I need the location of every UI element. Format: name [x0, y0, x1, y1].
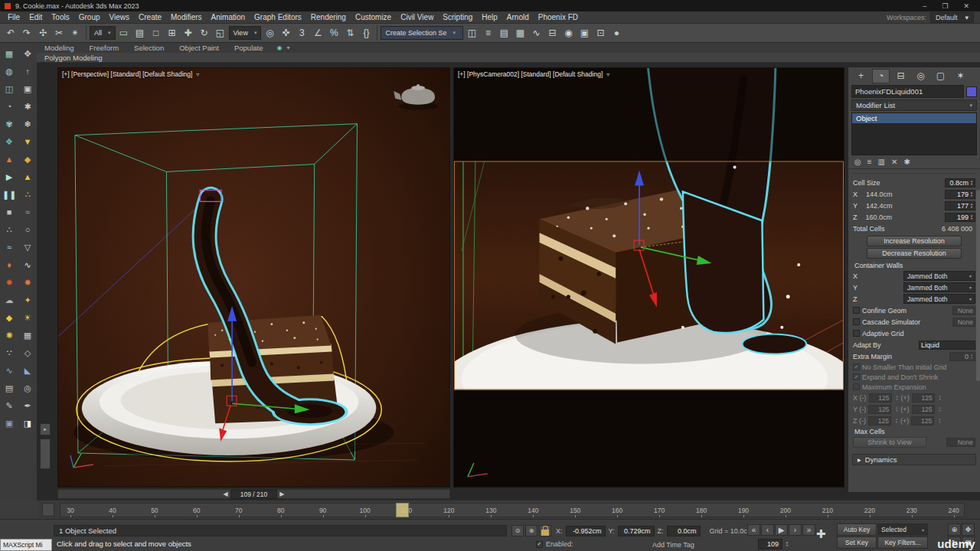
wall-mode-dropdown[interactable]: Jammed Both ▾ — [903, 282, 975, 292]
expansion-neg-field[interactable]: 125 — [868, 405, 891, 414]
create-tab-icon[interactable]: + — [852, 69, 870, 83]
isolate-selection-icon[interactable]: ⊙ — [511, 525, 524, 536]
layer-manager-icon[interactable]: ▤ — [496, 25, 511, 41]
menu-item[interactable]: Group — [74, 11, 105, 23]
zoom-icon[interactable]: ⊕ — [948, 523, 961, 536]
arrow-up-icon[interactable]: ↑ — [19, 63, 36, 80]
render-production-icon[interactable]: ● — [609, 25, 624, 41]
menu-item[interactable]: Scripting — [438, 11, 477, 23]
z-coord-field[interactable]: 0.0cm — [667, 526, 701, 536]
set-key-button[interactable]: Set Key — [837, 536, 877, 549]
chevron-down-icon[interactable]: ▾ — [286, 44, 289, 51]
move-icon[interactable]: ✚ — [181, 25, 196, 41]
axis-cells-field[interactable]: 199 — [945, 213, 975, 222]
utilities-tab-icon[interactable]: ✶ — [952, 69, 969, 83]
panel-icon[interactable]: ◨ — [19, 415, 36, 432]
axis-cells-field[interactable]: 177 — [945, 201, 975, 210]
wall-mode-dropdown[interactable]: Jammed Both ▾ — [903, 294, 975, 304]
ribbon-tab[interactable]: Object Paint — [172, 43, 227, 53]
ribbon-tab[interactable]: Freeform — [82, 43, 127, 53]
expansion-pos-field[interactable]: 125 — [911, 416, 934, 425]
object-color-swatch[interactable] — [966, 86, 977, 97]
viewport-frame-bar[interactable]: ◀ 109 / 210 ▶ — [57, 489, 450, 499]
drop-icon[interactable]: ▼ — [19, 133, 36, 151]
make-unique-icon[interactable]: ▥ — [878, 158, 885, 166]
spinner-icon[interactable] — [970, 203, 973, 209]
previous-frame-button[interactable]: ‹ — [761, 524, 774, 536]
brush-icon[interactable]: ✎ — [1, 397, 18, 415]
preset-icon[interactable]: ▣ — [1, 415, 18, 432]
cube-icon[interactable]: ▦ — [1, 45, 18, 63]
curve-editor-icon[interactable]: ∿ — [528, 25, 544, 41]
helix-icon[interactable]: ✾ — [1, 116, 18, 133]
pan-icon[interactable]: ✥ — [962, 523, 975, 536]
material-editor-icon[interactable]: ◉ — [560, 25, 576, 41]
align-icon[interactable]: ≡ — [480, 25, 495, 41]
menu-item[interactable]: Tools — [47, 11, 74, 23]
menu-item[interactable]: Edit — [24, 11, 47, 23]
render-setup-icon[interactable]: ▣ — [577, 25, 592, 41]
menu-item[interactable]: Views — [105, 11, 135, 23]
menu-item[interactable]: Arnold — [502, 11, 534, 23]
liquid-sim-icon[interactable]: ❖ — [1, 133, 18, 151]
play-sim-icon[interactable]: ▶ — [1, 168, 18, 186]
burst-icon[interactable]: ✸ — [19, 274, 36, 292]
adapt-by-field[interactable]: Liquid — [919, 341, 975, 350]
ribbon-tab[interactable]: Modeling — [37, 43, 82, 53]
fire-sim-icon[interactable]: ▲ — [1, 151, 18, 168]
increase-resolution-button[interactable]: Increase Resolution — [867, 236, 962, 246]
select-by-name-icon[interactable]: ▤ — [132, 25, 148, 41]
spinner-icon[interactable] — [786, 541, 789, 547]
spinner-icon[interactable] — [896, 395, 899, 401]
select-object-icon[interactable]: ▭ — [116, 25, 132, 41]
stack-row-object[interactable]: Object — [852, 113, 976, 123]
menu-item[interactable]: Civil View — [396, 11, 438, 23]
extra-margin-field[interactable]: 0 — [949, 352, 975, 361]
scale-icon[interactable]: ◱ — [213, 25, 228, 41]
spinner-snap-icon[interactable]: ⇅ — [342, 25, 358, 41]
modifier-stack[interactable]: Object — [851, 112, 977, 155]
dope-sheet-cross-icon[interactable]: ✚ — [816, 527, 826, 541]
rotate-icon[interactable]: ↻ — [197, 25, 212, 41]
pen-icon[interactable]: ✒ — [19, 397, 36, 415]
dock-handle[interactable] — [40, 439, 51, 469]
spinner-icon[interactable] — [970, 180, 973, 186]
go-to-end-button[interactable]: » — [802, 524, 815, 536]
configure-modifier-sets-icon[interactable]: ✱ — [903, 158, 910, 166]
ribbon-tab[interactable]: Selection — [126, 43, 172, 53]
wind-icon[interactable]: ≈ — [1, 239, 18, 256]
grid-icon[interactable]: ▦ — [19, 327, 36, 344]
selection-lock-toggle[interactable] — [539, 525, 551, 536]
menu-item[interactable]: Animation — [207, 11, 250, 23]
timeline-left-cap[interactable] — [42, 503, 54, 517]
spinner-icon[interactable] — [970, 191, 973, 197]
spinner-icon[interactable] — [895, 406, 898, 412]
axis-cells-field[interactable]: 179 — [945, 190, 975, 199]
motion-tab-icon[interactable]: ◎ — [912, 69, 929, 83]
menu-item[interactable]: Customize — [351, 11, 396, 23]
maximize-button[interactable]: ❐ — [942, 2, 948, 10]
smoke-icon[interactable]: ☁ — [1, 292, 18, 309]
ribbon-toggle-icon[interactable]: ▦ — [512, 25, 528, 41]
viewport-label[interactable]: [+] [PhysCamera002] [Standard] [Default … — [458, 70, 609, 78]
ocean-icon[interactable]: ≈ — [19, 204, 36, 221]
timeline[interactable]: 30 40 50 60 70 80 90 100 110 120 130 — [37, 500, 980, 519]
frame-next-icon[interactable]: ▶ — [279, 491, 284, 497]
spinner-icon[interactable] — [939, 395, 942, 401]
rectangular-region-icon[interactable]: □ — [149, 25, 164, 41]
spinner-icon[interactable] — [895, 418, 898, 424]
object-name-field[interactable]: PhoenixFDLiquid001 — [851, 85, 964, 98]
confine-geom-picker[interactable]: None — [952, 306, 975, 315]
particles-icon[interactable]: ∴ — [1, 221, 18, 239]
flame-icon[interactable]: ♦ — [1, 256, 18, 274]
use-pivot-center-icon[interactable]: ◎ — [262, 25, 277, 41]
cascade-simulator-picker[interactable]: None — [952, 318, 975, 327]
menu-item[interactable]: Help — [477, 11, 502, 23]
spray-icon[interactable]: ∴ — [19, 186, 36, 204]
sphere-icon[interactable]: ◍ — [1, 63, 18, 80]
expansion-pos-field[interactable]: 125 — [912, 405, 935, 414]
minimize-button[interactable]: – — [923, 2, 926, 10]
selection-set-dropdown[interactable]: Selected ▾ — [877, 523, 928, 536]
menu-item[interactable]: Create — [134, 11, 166, 23]
honey-icon[interactable]: ◆ — [19, 151, 36, 168]
